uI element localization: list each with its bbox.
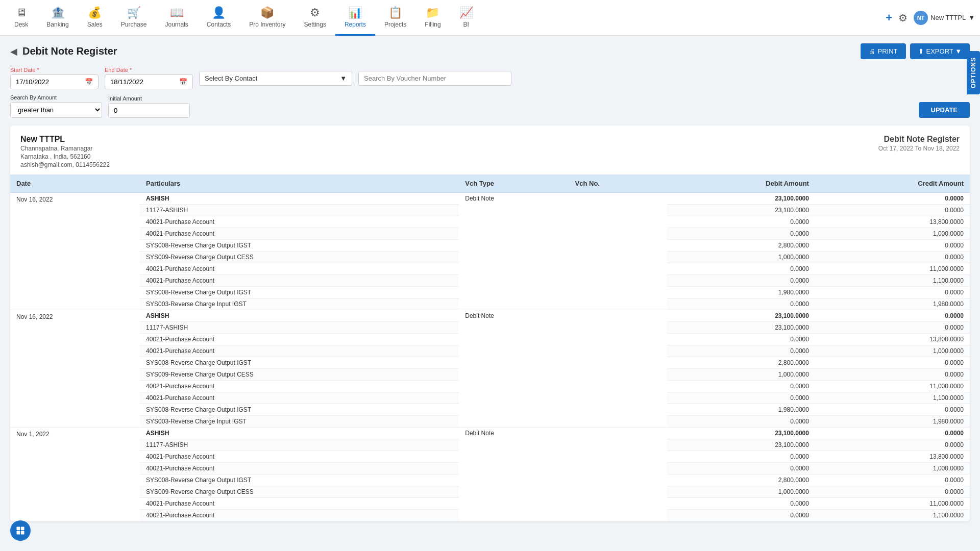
cell-credit: 0.0000 <box>815 287 970 298</box>
print-button[interactable]: 🖨 PRINT <box>861 43 906 59</box>
cell-particular: SYS008-Reverse Charge Output IGST <box>140 474 459 486</box>
nav-reports[interactable]: 📊 Reports <box>335 0 375 36</box>
cell-credit: 13,800.0000 <box>815 216 970 228</box>
cell-credit: 1,000.0000 <box>815 463 970 474</box>
page-title-row: ◀ Debit Note Register <box>10 45 117 57</box>
cell-particular: 40021-Purchase Account <box>140 334 459 345</box>
cell-date: Nov 16, 2022 <box>10 193 140 310</box>
update-button[interactable]: UPDATE <box>919 102 970 118</box>
nav-journals[interactable]: 📖 Journals <box>156 0 197 36</box>
end-date-input-wrapper: 📅 <box>105 74 193 89</box>
print-icon: 🖨 <box>869 47 875 55</box>
cell-debit: 0.0000 <box>667 381 815 392</box>
initial-amount-group: Initial Amount <box>108 95 190 118</box>
company-addr-3: ashish@gmail.com, 0114556222 <box>20 161 110 168</box>
cell-particular: 11177-ASHISH <box>140 322 459 334</box>
cell-debit: 0.0000 <box>667 228 815 240</box>
nav-purchase[interactable]: 🛒 Purchase <box>112 0 156 36</box>
banking-icon: 🏦 <box>51 6 65 19</box>
cell-credit: 1,980.0000 <box>815 416 970 428</box>
cell-credit: 11,000.0000 <box>815 263 970 275</box>
table-row: Nov 16, 2022ASHISHDebit Note23,100.00000… <box>10 193 970 205</box>
contact-chevron-icon: ▼ <box>340 74 347 82</box>
nav-reports-label: Reports <box>345 21 366 28</box>
bottom-widget[interactable] <box>10 520 31 541</box>
back-button[interactable]: ◀ <box>10 46 17 57</box>
contact-select[interactable]: Select By Contact ▼ <box>199 71 352 86</box>
end-date-label: End Date * <box>105 67 193 73</box>
calendar-icon[interactable]: 📅 <box>85 78 93 86</box>
nav-pro-inventory[interactable]: 📦 Pro Inventory <box>240 0 295 36</box>
cell-date: Nov 16, 2022 <box>10 310 140 428</box>
col-date: Date <box>10 174 140 193</box>
nav-filling[interactable]: 📁 Filling <box>415 0 450 36</box>
nav-pro-inventory-label: Pro Inventory <box>249 21 285 28</box>
cell-credit: 0.0000 <box>815 428 970 439</box>
cell-debit: 0.0000 <box>667 298 815 310</box>
cell-credit: 13,800.0000 <box>815 334 970 345</box>
initial-amount-input[interactable] <box>108 103 190 118</box>
cell-debit: 0.0000 <box>667 216 815 228</box>
cell-vch-no <box>569 193 668 310</box>
col-credit-amount: Credit Amount <box>815 174 970 193</box>
cell-credit: 0.0000 <box>815 240 970 252</box>
add-button[interactable]: + <box>886 11 892 24</box>
cell-particular: SYS009-Reverse Charge Output CESS <box>140 369 459 381</box>
nav-purchase-label: Purchase <box>121 21 147 28</box>
cell-particular: 40021-Purchase Account <box>140 275 459 287</box>
end-calendar-icon[interactable]: 📅 <box>179 78 187 86</box>
cell-debit: 1,980.0000 <box>667 287 815 298</box>
nav-bi[interactable]: 📈 BI <box>450 0 482 36</box>
export-button[interactable]: ⬆ EXPORT ▼ <box>910 43 970 59</box>
amount-label: Search By Amount <box>10 94 102 101</box>
nav-banking[interactable]: 🏦 Banking <box>37 0 78 36</box>
cell-credit: 0.0000 <box>815 252 970 263</box>
voucher-search-wrapper <box>358 71 511 86</box>
cell-credit: 0.0000 <box>815 486 970 498</box>
cell-credit: 0.0000 <box>815 369 970 381</box>
top-navigation: 🖥 Desk 🏦 Banking 💰 Sales 🛒 Purchase 📖 Jo… <box>0 0 980 36</box>
cell-credit: 11,000.0000 <box>815 381 970 392</box>
amount-select[interactable]: greater than less than equal to <box>10 102 102 118</box>
end-date-group: End Date * 📅 <box>105 67 193 89</box>
nav-contacts[interactable]: 👤 Contacts <box>198 0 240 36</box>
company-selector[interactable]: NT New TTTPL ▼ <box>914 11 975 25</box>
global-settings-button[interactable]: ⚙ <box>898 12 908 24</box>
cell-particular: SYS008-Reverse Charge Output IGST <box>140 404 459 416</box>
nav-sales[interactable]: 💰 Sales <box>78 0 112 36</box>
end-date-input[interactable] <box>110 78 177 86</box>
cell-debit: 0.0000 <box>667 275 815 287</box>
nav-right: + ⚙ NT New TTTPL ▼ <box>886 11 975 25</box>
cell-debit: 23,100.0000 <box>667 193 815 205</box>
start-date-input-wrapper: 📅 <box>10 74 99 89</box>
svg-rect-0 <box>17 527 20 531</box>
voucher-search-input[interactable] <box>364 74 506 82</box>
cell-debit: 0.0000 <box>667 392 815 404</box>
cell-debit: 0.0000 <box>667 510 815 521</box>
svg-rect-2 <box>17 531 20 535</box>
amount-filter-group: Search By Amount greater than less than … <box>10 94 102 118</box>
col-debit-amount: Debit Amount <box>667 174 815 193</box>
cell-particular: ASHISH <box>140 428 459 439</box>
cell-vch-type: Debit Note <box>459 310 569 428</box>
cell-debit: 23,100.0000 <box>667 322 815 334</box>
start-date-input[interactable] <box>16 78 82 86</box>
cell-particular: 11177-ASHISH <box>140 439 459 451</box>
cell-debit: 2,800.0000 <box>667 474 815 486</box>
nav-desk[interactable]: 🖥 Desk <box>5 0 37 36</box>
cell-date: Nov 1, 2022 <box>10 428 140 521</box>
report-card: New TTTPL Channapatna, Ramanagar Karnata… <box>10 126 970 521</box>
cell-credit: 11,000.0000 <box>815 498 970 510</box>
cell-vch-no <box>569 310 668 428</box>
report-date-range: Oct 17, 2022 To Nov 18, 2022 <box>878 145 960 152</box>
nav-projects[interactable]: 📋 Projects <box>375 0 415 36</box>
nav-banking-label: Banking <box>46 21 68 28</box>
cell-particular: 40021-Purchase Account <box>140 463 459 474</box>
options-tab[interactable]: OPTIONS <box>967 51 980 94</box>
nav-settings[interactable]: ⚙ Settings <box>295 0 335 36</box>
cell-credit: 0.0000 <box>815 474 970 486</box>
cell-credit: 0.0000 <box>815 310 970 322</box>
cell-particular: 40021-Purchase Account <box>140 510 459 521</box>
cell-particular: SYS003-Reverse Charge Input IGST <box>140 298 459 310</box>
cell-credit: 13,800.0000 <box>815 451 970 463</box>
